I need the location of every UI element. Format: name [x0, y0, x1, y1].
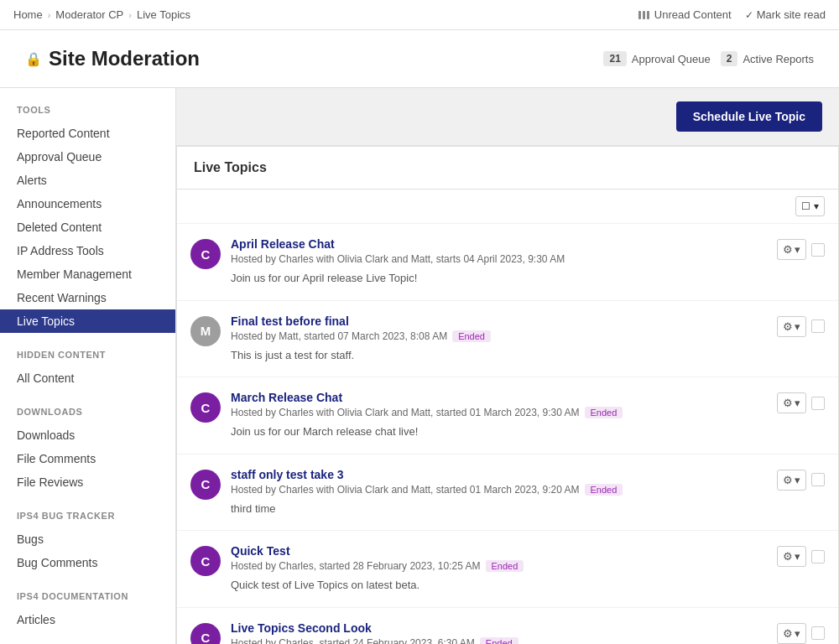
sidebar-item-downloads[interactable]: Downloads [0, 423, 175, 447]
topic-description: Join us for our March release chat live! [231, 423, 767, 440]
checkbox-all-icon: ☐ [801, 200, 810, 212]
topic-checkbox[interactable] [811, 319, 825, 333]
hidden-section-title: HIDDEN CONTENT [0, 350, 175, 366]
breadcrumb-sep-2: › [128, 10, 132, 20]
topic-gear-button[interactable]: ⚙ ▾ [777, 392, 806, 413]
sidebar-item-alerts[interactable]: Alerts [0, 169, 175, 192]
header-badges: 21 Approval Queue 2 Active Reports [603, 51, 814, 66]
topic-description: third time [231, 501, 767, 517]
active-reports-badge[interactable]: 2 Active Reports [721, 51, 814, 66]
topic-checkbox[interactable] [811, 243, 825, 257]
tools-section: TOOLS Reported Content Approval Queue Al… [0, 105, 175, 333]
content-area: Schedule Live Topic Live Topics ☐ ▾ C Ap… [176, 88, 839, 644]
hidden-content-section: HIDDEN CONTENT All Content [0, 350, 175, 390]
sidebar-item-live-topics[interactable]: Live Topics [0, 309, 175, 333]
sidebar-item-approval-queue[interactable]: Approval Queue [0, 145, 175, 169]
topic-title[interactable]: Quick Test [231, 544, 767, 558]
topic-gear-button[interactable]: ⚙ ▾ [777, 623, 806, 644]
topic-gear-button[interactable]: ⚙ ▾ [777, 239, 806, 260]
action-bar: Schedule Live Topic [176, 88, 839, 146]
topic-description: Quick test of Live Topics on latest beta… [231, 577, 767, 594]
approval-queue-label: Approval Queue [632, 53, 711, 65]
topic-checkbox[interactable] [811, 397, 825, 410]
topic-gear-button[interactable]: ⚙ ▾ [777, 470, 806, 491]
sidebar-item-ip-address-tools[interactable]: IP Address Tools [0, 239, 175, 262]
topic-actions: ⚙ ▾ [777, 546, 825, 567]
topic-gear-button[interactable]: ⚙ ▾ [777, 546, 806, 567]
docs-section: IPS4 DOCUMENTATION Articles [0, 591, 175, 631]
gear-icon: ⚙ [783, 474, 793, 486]
topic-body: March Release Chat Hosted by Charles wit… [231, 391, 767, 440]
sidebar-item-bug-comments[interactable]: Bug Comments [0, 551, 175, 574]
sidebar-item-all-content[interactable]: All Content [0, 366, 175, 390]
topic-title[interactable]: March Release Chat [231, 391, 767, 404]
select-all-checkbox[interactable]: ☐ ▾ [795, 196, 825, 216]
topic-avatar: C [190, 239, 221, 269]
sidebar-item-deleted-content[interactable]: Deleted Content [0, 216, 175, 239]
sidebar-item-member-management[interactable]: Member Management [0, 262, 175, 286]
topic-description: Join us for our April release Live Topic… [231, 270, 767, 287]
topic-title[interactable]: Live Topics Second Look [231, 621, 767, 635]
unread-label: Unread Content [654, 8, 732, 21]
topic-title[interactable]: Final test before final [231, 314, 767, 328]
check-icon: ✓ [745, 9, 753, 21]
sidebar-item-file-comments[interactable]: File Comments [0, 447, 175, 470]
topic-item: C staff only test take 3 Hosted by Charl… [177, 454, 838, 532]
ended-badge: Ended [486, 560, 524, 572]
schedule-live-topic-button[interactable]: Schedule Live Topic [676, 101, 822, 132]
topic-checkbox[interactable] [811, 550, 825, 564]
topic-avatar: C [190, 470, 221, 500]
main-layout: TOOLS Reported Content Approval Queue Al… [0, 88, 839, 644]
topic-meta-text: Hosted by Charles, started 28 February 2… [231, 560, 481, 572]
topic-gear-button[interactable]: ⚙ ▾ [777, 316, 806, 337]
topic-checkbox[interactable] [811, 473, 825, 486]
topic-meta: Hosted by Charles with Olivia Clark and … [231, 253, 767, 265]
sidebar-item-announcements[interactable]: Announcements [0, 192, 175, 216]
docs-section-title: IPS4 DOCUMENTATION [0, 591, 175, 608]
unread-content-link[interactable]: Unread Content [638, 8, 732, 21]
topic-meta: Hosted by Matt, started 07 March 2023, 8… [231, 330, 767, 342]
page-title: Site Moderation [49, 47, 200, 70]
ended-badge: Ended [452, 330, 491, 342]
downloads-section: DOWNLOADS Downloads File Comments File R… [0, 407, 175, 494]
top-bar: Home › Moderator CP › Live Topics Unread… [0, 0, 839, 30]
sidebar-item-bugs[interactable]: Bugs [0, 527, 175, 551]
page-header: 🔒 Site Moderation 21 Approval Queue 2 Ac… [0, 30, 839, 88]
bug-section-title: IPS4 BUG TRACKER [0, 511, 175, 527]
mark-site-read-link[interactable]: ✓ Mark site read [745, 8, 826, 21]
approval-queue-count: 21 [603, 51, 626, 66]
chevron-down-icon: ▾ [795, 627, 800, 640]
breadcrumb-moderator-cp[interactable]: Moderator CP [55, 8, 123, 21]
sidebar-item-recent-warnings[interactable]: Recent Warnings [0, 286, 175, 309]
topic-checkbox[interactable] [811, 626, 825, 640]
topic-meta-text: Hosted by Charles, started 24 February 2… [231, 637, 475, 645]
topic-title[interactable]: staff only test take 3 [231, 468, 767, 481]
gear-icon: ⚙ [783, 397, 793, 409]
breadcrumb-current: Live Topics [137, 8, 190, 21]
sidebar-item-file-reviews[interactable]: File Reviews [0, 470, 175, 494]
lock-icon: 🔒 [25, 51, 42, 67]
breadcrumb-home[interactable]: Home [13, 8, 43, 21]
downloads-section-title: DOWNLOADS [0, 407, 175, 423]
topic-body: April Release Chat Hosted by Charles wit… [231, 237, 767, 287]
mark-read-label: Mark site read [757, 8, 826, 21]
topic-actions: ⚙ ▾ [777, 316, 825, 337]
topic-meta-text: Hosted by Matt, started 07 March 2023, 8… [231, 330, 447, 342]
breadcrumb-sep-1: › [48, 10, 51, 20]
sidebar-item-reported-content[interactable]: Reported Content [0, 122, 175, 145]
topic-actions: ⚙ ▾ [777, 470, 825, 491]
topic-avatar: C [190, 546, 221, 576]
topic-item: C April Release Chat Hosted by Charles w… [177, 224, 838, 301]
chevron-down-icon: ▾ [795, 243, 800, 256]
topic-body: Final test before final Hosted by Matt, … [231, 314, 767, 364]
breadcrumb: Home › Moderator CP › Live Topics [13, 8, 190, 21]
approval-queue-badge[interactable]: 21 Approval Queue [603, 51, 710, 66]
topic-description: This is just a test for staff. [231, 347, 767, 364]
page-title-area: 🔒 Site Moderation [25, 47, 200, 70]
tools-section-title: TOOLS [0, 105, 175, 122]
sidebar-item-articles[interactable]: Articles [0, 608, 175, 631]
topic-meta: Hosted by Charles with Olivia Clark and … [231, 484, 767, 496]
topic-title[interactable]: April Release Chat [231, 237, 767, 251]
topic-meta-text: Hosted by Charles with Olivia Clark and … [231, 484, 580, 496]
sidebar: TOOLS Reported Content Approval Queue Al… [0, 88, 176, 644]
